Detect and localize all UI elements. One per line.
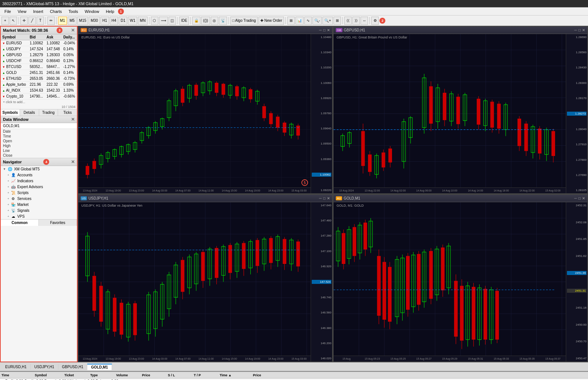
market-watch-row[interactable]: ▲ GBPUSD 1.28279 1.28303 0.05%: [1, 52, 77, 58]
tab-symbols[interactable]: Symbols: [1, 109, 20, 116]
gold-restore[interactable]: □: [578, 196, 581, 200]
grid-btn[interactable]: ⊞: [334, 17, 341, 25]
tf-h1[interactable]: H1: [101, 17, 109, 25]
nav-item-services[interactable]: +⚙Services: [5, 196, 77, 201]
gold-time-9: 15 Aug 05:37: [540, 357, 566, 360]
nav-item-xm-global-mt5[interactable]: ▼🌐XM Global MT5: [1, 166, 77, 172]
data-window-close[interactable]: ✕: [71, 117, 75, 122]
eurusd-restore[interactable]: □: [323, 28, 325, 32]
config-btn[interactable]: ⚙: [371, 17, 379, 25]
usdjpy-minimize[interactable]: ─: [319, 196, 322, 200]
scroll-btn[interactable]: ↔: [361, 17, 368, 25]
nav-item-vps[interactable]: +☁VPS: [5, 213, 77, 219]
usdjpy-close[interactable]: ✕: [327, 196, 330, 200]
eurusd-time-scale: 13 Aug 2024 13 Aug 19:00 13 Aug 23:00 14…: [78, 187, 311, 193]
chart-eurusd-body[interactable]: EURUSD, H1: Euro vs US Dollar: [78, 34, 332, 193]
layout-btn[interactable]: ⊞: [287, 17, 295, 25]
nav-tab-common[interactable]: Common: [1, 220, 39, 226]
gold-close[interactable]: ✕: [582, 196, 585, 200]
menu-item-view[interactable]: View: [15, 9, 30, 14]
indicators-btn[interactable]: 📊: [295, 17, 304, 25]
usdjpy-restore[interactable]: □: [323, 196, 325, 200]
data-window-row: Time: [1, 134, 77, 139]
line-btn[interactable]: ╱: [28, 17, 36, 25]
navigator-close[interactable]: ✕: [71, 159, 75, 164]
market-watch-close[interactable]: ✕: [71, 28, 75, 33]
chart-tab-gbpusd[interactable]: GBPUSD,H1: [58, 364, 88, 370]
nav-tab-favorites[interactable]: Favorites: [39, 220, 77, 226]
draw-btn[interactable]: ✏: [47, 17, 55, 25]
chart-gbpusd-body[interactable]: GBPUSD, H1: Great Britain Pound vs US Do…: [334, 34, 587, 193]
ide-btn[interactable]: IDE: [179, 17, 189, 25]
new-chart-btn[interactable]: +: [1, 17, 9, 25]
eurusd-time-7: 14 Aug 15:00: [218, 189, 241, 192]
eurusd-time-3: 13 Aug 23:00: [125, 189, 148, 192]
market-watch-row[interactable]: ▲ Apple_turbo 221.96 222.32 0.69%: [1, 82, 77, 88]
eurusd-close[interactable]: ✕: [327, 28, 330, 32]
cursor-btn[interactable]: ↖: [10, 17, 17, 25]
signal-btn[interactable]: 📡: [219, 17, 227, 25]
new-order-btn[interactable]: ✚ New Order: [258, 17, 284, 25]
nav-item-signals[interactable]: +📡Signals: [5, 207, 77, 213]
nav-item-expert-advisors[interactable]: +🤖Expert Advisors: [5, 184, 77, 190]
tf-mn[interactable]: MN: [138, 17, 148, 25]
chart-gold-body[interactable]: GOLD, M1: GOLD: [334, 202, 587, 362]
tab-ticks[interactable]: Ticks: [58, 109, 77, 116]
tf-m5[interactable]: M5: [68, 17, 77, 25]
gold-minimize[interactable]: ─: [574, 196, 577, 200]
chart-shift-btn[interactable]: ⟿: [159, 17, 168, 25]
nav-left-btn[interactable]: ⟨⟨: [344, 17, 352, 25]
market-watch-row[interactable]: ▼ EURUSD 1.10062 1.10082 -0.04%: [1, 40, 77, 46]
gold-price-4: 2451.62: [567, 254, 587, 258]
menu-item-file[interactable]: File: [1, 9, 14, 14]
nav-item-scripts[interactable]: +📜Scripts: [5, 190, 77, 196]
gbpusd-restore[interactable]: □: [578, 28, 581, 32]
gbpusd-close[interactable]: ✕: [582, 28, 585, 32]
chart-tab-usdjpy[interactable]: USDJPY,H1: [31, 364, 58, 370]
crosshair-btn[interactable]: ✛: [20, 17, 28, 25]
market-watch-row[interactable]: ▼ Crypto_10 14790... 14945... -0.66%: [1, 94, 77, 99]
market-watch-row[interactable]: ▲ USDCHF 0.86612 0.86640 0.13%: [1, 58, 77, 64]
zoom-minus-btn[interactable]: 🔍-: [312, 17, 322, 25]
zoom-plus-btn[interactable]: 🔍+: [322, 17, 333, 25]
tab-trading[interactable]: Trading: [39, 109, 58, 116]
nav-item-accounts[interactable]: +👤Accounts: [5, 172, 77, 178]
tab-details[interactable]: Details: [20, 109, 39, 116]
tf-m1[interactable]: M1: [58, 17, 67, 25]
menu-item-charts[interactable]: Charts: [47, 9, 65, 14]
text-btn[interactable]: T: [37, 17, 44, 25]
mic-btn[interactable]: (()): [201, 17, 210, 25]
market-watch-row[interactable]: ▼ BTCUSD 58352... 58447... -1.27%: [1, 64, 77, 70]
algo-trading-btn[interactable]: □ Algo Trading: [230, 17, 258, 25]
eurusd-minimize[interactable]: ─: [319, 28, 322, 32]
gbpusd-price-5: 1.28170: [567, 96, 587, 100]
market-watch-row[interactable]: ▼ ETHUSD 2653.05 2660.36 -0.73%: [1, 76, 77, 82]
tf-m30[interactable]: M30: [89, 17, 99, 25]
radar-btn[interactable]: ◎: [211, 17, 218, 25]
lock-btn[interactable]: 🔒: [192, 17, 200, 25]
chart-tab-gold[interactable]: GOLD,M1: [87, 364, 112, 370]
nav-item-indicators[interactable]: +📈Indicators: [5, 178, 77, 184]
tf-h4[interactable]: H4: [110, 17, 118, 25]
market-watch-row[interactable]: ▲ USDJPY 147.524 147.548 0.14%: [1, 46, 77, 52]
add-symbol[interactable]: + click to add...: [1, 99, 77, 105]
eurusd-time-2: 13 Aug 19:00: [102, 189, 125, 192]
market-watch-row[interactable]: ▲ AI_INDX 1534.63 1542.33 1.33%: [1, 88, 77, 94]
chart-usdjpy-body[interactable]: USDJPY, H1: US Dollar vs Japanese Yen: [78, 202, 332, 362]
gbpusd-minimize[interactable]: ─: [574, 28, 577, 32]
autoscroll-btn[interactable]: ◫: [169, 17, 176, 25]
nav-right-btn[interactable]: ⟩⟩: [352, 17, 360, 25]
tf-m15[interactable]: M15: [77, 17, 88, 25]
chart-tab-eurusd[interactable]: EURUSD,H1: [1, 364, 31, 370]
zoom-objects-btn[interactable]: ⬡: [151, 17, 158, 25]
menu-item-insert[interactable]: Insert: [30, 9, 46, 14]
symbol-name: ▲ USDJPY: [1, 46, 28, 52]
nav-item-market[interactable]: +🏪Market: [5, 201, 77, 207]
oscillators-btn[interactable]: ∿: [304, 17, 312, 25]
tf-w1[interactable]: W1: [128, 17, 137, 25]
menu-item-window[interactable]: Window: [82, 9, 102, 14]
market-watch-row[interactable]: ▲ GOLD 2451.31 2451.66 0.14%: [1, 70, 77, 76]
menu-item-help[interactable]: Help: [103, 9, 117, 14]
menu-item-tools[interactable]: Tools: [65, 9, 81, 14]
tf-d1[interactable]: D1: [119, 17, 127, 25]
